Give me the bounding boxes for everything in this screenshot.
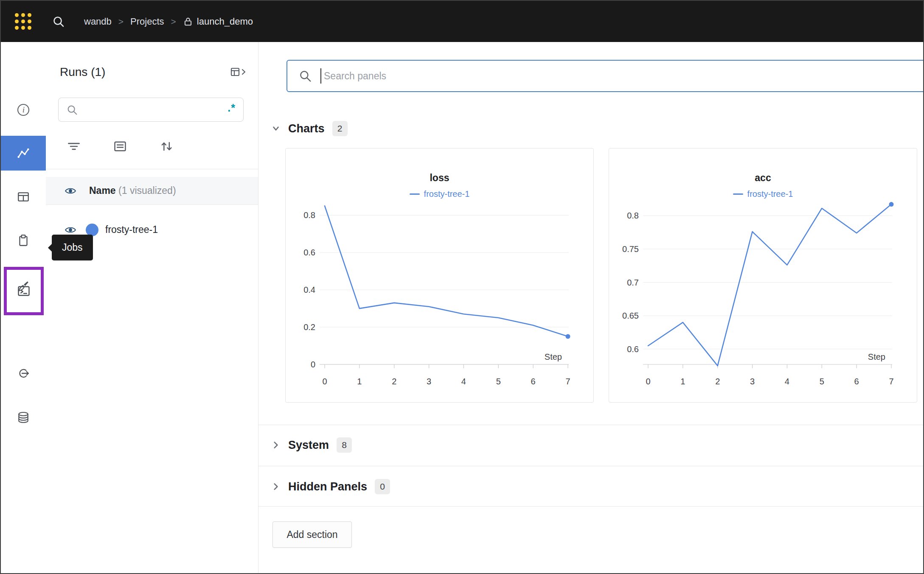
runs-search-input[interactable] bbox=[84, 104, 222, 115]
filter-icon[interactable] bbox=[67, 139, 81, 154]
breadcrumb-separator: > bbox=[118, 17, 124, 27]
svg-text:3: 3 bbox=[427, 377, 431, 386]
breadcrumb-projects[interactable]: Projects bbox=[130, 16, 164, 27]
divider bbox=[46, 169, 258, 169]
table-icon bbox=[17, 190, 30, 204]
info-icon: i bbox=[17, 103, 30, 117]
divider bbox=[258, 506, 923, 507]
svg-text:0: 0 bbox=[322, 377, 327, 386]
clipboard-icon bbox=[17, 234, 30, 247]
panel-search-box bbox=[286, 60, 923, 92]
svg-text:0: 0 bbox=[646, 377, 650, 386]
group-icon[interactable] bbox=[113, 139, 127, 154]
svg-text:3: 3 bbox=[750, 377, 755, 386]
eye-icon[interactable] bbox=[65, 224, 76, 236]
svg-text:1: 1 bbox=[357, 377, 362, 386]
sidebar-item-reports[interactable] bbox=[1, 229, 46, 252]
svg-text:6: 6 bbox=[531, 377, 536, 386]
sidebar-item-table[interactable] bbox=[1, 185, 46, 209]
section-header-charts[interactable]: Charts 2 bbox=[271, 116, 348, 141]
svg-text:0.8: 0.8 bbox=[303, 210, 315, 220]
database-icon bbox=[17, 411, 30, 424]
add-section-button[interactable]: Add section bbox=[272, 521, 352, 548]
svg-text:0.7: 0.7 bbox=[627, 278, 639, 287]
chart-plot[interactable]: 0.60.650.70.750.801234567Step bbox=[609, 148, 918, 403]
workspace-main: Charts 2 loss frosty-tree-1 00.20.40.60.… bbox=[258, 42, 923, 573]
run-name[interactable]: frosty-tree-1 bbox=[105, 224, 158, 235]
divider bbox=[258, 466, 923, 466]
chevron-right-icon bbox=[271, 440, 281, 450]
svg-text:5: 5 bbox=[820, 377, 824, 386]
section-header-hidden-panels[interactable]: Hidden Panels 0 bbox=[271, 474, 390, 499]
breadcrumb-separator: > bbox=[171, 17, 176, 27]
svg-text:0.75: 0.75 bbox=[622, 244, 639, 254]
svg-text:0.6: 0.6 bbox=[627, 344, 639, 354]
svg-text:Step: Step bbox=[545, 352, 562, 361]
sidebar-item-artifacts[interactable] bbox=[1, 406, 46, 429]
app-window: wandb > Projects > launch_demo i bbox=[0, 0, 924, 574]
breadcrumb-project[interactable]: launch_demo bbox=[183, 16, 253, 27]
text-caret bbox=[320, 68, 321, 84]
divider bbox=[258, 425, 923, 425]
panel-count-badge: 0 bbox=[375, 479, 390, 494]
search-icon bbox=[66, 104, 78, 116]
sidebar-item-jobs[interactable] bbox=[4, 267, 44, 315]
jobs-tooltip: Jobs bbox=[52, 235, 93, 260]
eye-icon[interactable] bbox=[65, 185, 76, 197]
svg-text:4: 4 bbox=[785, 377, 789, 386]
wandb-logo[interactable] bbox=[15, 13, 31, 30]
runs-search-box: .* bbox=[58, 98, 244, 122]
runs-panel: Runs (1) .* Name (1 visualized) bbox=[46, 42, 258, 573]
chart-panel-loss[interactable]: loss frosty-tree-1 00.20.40.60.801234567… bbox=[285, 148, 594, 403]
svg-text:2: 2 bbox=[715, 377, 720, 386]
svg-text:7: 7 bbox=[565, 377, 570, 386]
table-expand-icon[interactable] bbox=[230, 66, 247, 78]
svg-text:7: 7 bbox=[889, 377, 893, 386]
chart-plot[interactable]: 00.20.40.60.801234567Step bbox=[286, 148, 594, 403]
charts-grid: loss frosty-tree-1 00.20.40.60.801234567… bbox=[285, 148, 917, 403]
breadcrumb-org[interactable]: wandb bbox=[84, 16, 112, 27]
svg-text:0: 0 bbox=[311, 360, 315, 369]
runs-column-name: Name (1 visualized) bbox=[89, 185, 176, 196]
visualized-count: (1 visualized) bbox=[118, 185, 176, 196]
panel-count-badge: 8 bbox=[337, 437, 352, 453]
chart-panel-acc[interactable]: acc frosty-tree-1 0.60.650.70.750.801234… bbox=[609, 148, 917, 403]
line-chart-icon bbox=[16, 146, 31, 160]
runs-panel-title: Runs (1) bbox=[60, 65, 105, 79]
svg-text:4: 4 bbox=[461, 377, 466, 386]
lock-icon bbox=[183, 17, 193, 27]
runs-header-row: Name (1 visualized) bbox=[46, 177, 258, 205]
sort-icon[interactable] bbox=[159, 139, 174, 154]
svg-text:6: 6 bbox=[854, 377, 859, 386]
svg-text:0.4: 0.4 bbox=[303, 285, 315, 294]
search-icon bbox=[298, 69, 312, 83]
svg-text:0.8: 0.8 bbox=[627, 211, 639, 220]
top-navigation-bar: wandb > Projects > launch_demo bbox=[1, 1, 923, 42]
svg-text:i: i bbox=[22, 105, 25, 114]
svg-text:0.65: 0.65 bbox=[622, 311, 639, 320]
panel-search-input[interactable] bbox=[324, 70, 923, 82]
panel-count-badge: 2 bbox=[332, 121, 348, 136]
svg-text:Step: Step bbox=[868, 352, 885, 361]
svg-text:2: 2 bbox=[392, 377, 396, 386]
left-nav-rail: i bbox=[1, 42, 46, 573]
terminal-icon bbox=[17, 284, 31, 298]
launch-icon bbox=[17, 367, 30, 380]
sidebar-item-launch[interactable] bbox=[1, 361, 46, 385]
svg-text:1: 1 bbox=[680, 377, 685, 386]
svg-text:0.2: 0.2 bbox=[303, 322, 315, 332]
regex-toggle-icon[interactable]: .* bbox=[227, 103, 236, 117]
breadcrumb: wandb > Projects > launch_demo bbox=[84, 16, 253, 27]
section-header-system[interactable]: System 8 bbox=[271, 432, 352, 458]
sidebar-item-workspace[interactable] bbox=[1, 136, 46, 171]
sidebar-item-overview[interactable]: i bbox=[1, 98, 46, 122]
chevron-down-icon bbox=[271, 124, 281, 133]
run-color-dot[interactable] bbox=[86, 224, 98, 236]
svg-text:0.6: 0.6 bbox=[303, 248, 315, 257]
search-icon[interactable] bbox=[52, 15, 65, 28]
chevron-right-icon bbox=[271, 482, 281, 491]
svg-text:5: 5 bbox=[496, 377, 501, 386]
